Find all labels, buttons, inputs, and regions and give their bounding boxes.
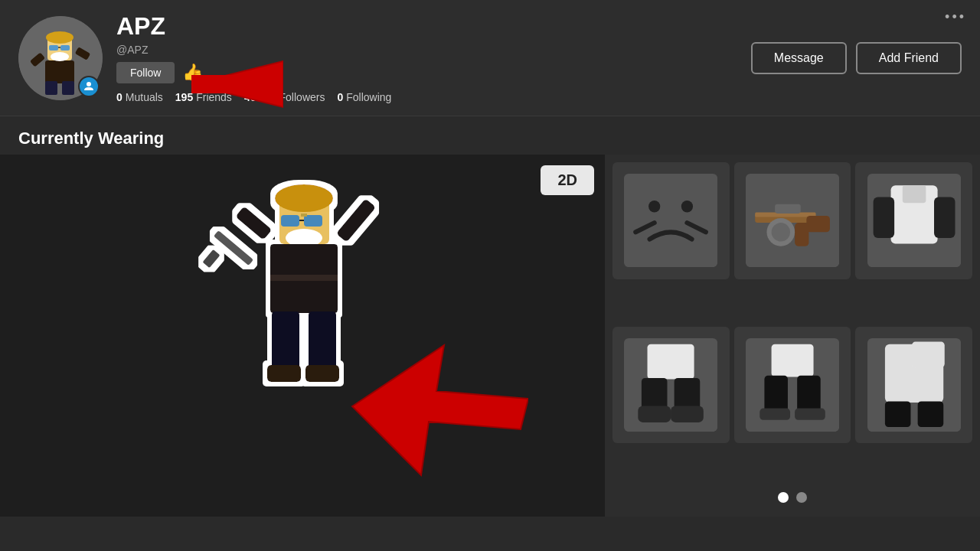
svg-rect-65	[912, 341, 945, 367]
mutual-count: 0	[116, 91, 122, 103]
avatar-badge	[78, 76, 100, 97]
svg-rect-23	[270, 275, 338, 281]
character-view: 2D	[0, 155, 605, 517]
profile-buttons: Message Add Friend	[751, 42, 962, 74]
svg-rect-25	[336, 198, 376, 243]
svg-rect-6	[49, 45, 58, 51]
svg-point-34	[648, 201, 660, 212]
item-dark-char-icon	[867, 338, 961, 432]
svg-rect-24	[235, 206, 272, 240]
svg-point-16	[275, 184, 333, 212]
add-friend-button[interactable]: Add Friend	[856, 42, 962, 74]
svg-rect-1	[45, 60, 74, 83]
svg-point-35	[681, 201, 693, 212]
item-card-face[interactable]	[612, 162, 730, 279]
friends-label: Friends	[196, 91, 232, 103]
svg-rect-42	[795, 223, 808, 246]
svg-point-9	[51, 52, 69, 61]
mutual-label: Mutuals	[126, 91, 163, 103]
item-card-boots-mid[interactable]	[734, 327, 851, 444]
items-grid	[612, 162, 972, 486]
svg-rect-41	[806, 216, 830, 232]
stat-friends[interactable]: 195 Friends	[175, 91, 232, 103]
item-card-partial-top[interactable]	[855, 162, 972, 279]
pagination-dot-2[interactable]	[796, 492, 807, 503]
svg-rect-2	[45, 81, 57, 95]
item-boots-left-icon	[624, 338, 717, 432]
svg-rect-56	[671, 406, 704, 422]
svg-rect-33	[624, 174, 717, 267]
profile-stats: 0 Mutuals 195 Friends 463K+ Followers 0 …	[116, 91, 391, 103]
profile-left: APZ @APZ Follow 👍 0 Mutuals 195 Friends …	[18, 12, 391, 103]
item-boots-mid-icon	[746, 338, 839, 432]
svg-rect-50	[934, 197, 955, 238]
pagination-dot-1[interactable]	[778, 492, 789, 503]
profile-name: APZ	[116, 12, 391, 41]
content-area: 2D	[0, 155, 980, 517]
dots-menu[interactable]: •••	[945, 9, 966, 25]
followers-count: 463K+	[244, 91, 276, 103]
toggle-2d-button[interactable]: 2D	[541, 165, 594, 195]
items-panel	[605, 155, 980, 517]
avatar-wrapper	[18, 16, 103, 100]
svg-rect-62	[795, 408, 825, 419]
stat-following[interactable]: 0 Following	[337, 91, 391, 103]
svg-rect-52	[648, 344, 694, 379]
profile-username: @APZ	[116, 44, 391, 56]
svg-rect-3	[62, 81, 74, 95]
profile-info: APZ @APZ Follow 👍 0 Mutuals 195 Friends …	[116, 12, 391, 103]
message-button[interactable]: Message	[751, 42, 847, 74]
following-label: Following	[346, 91, 391, 103]
svg-point-12	[87, 82, 91, 86]
item-face-icon	[624, 174, 717, 267]
svg-rect-67	[917, 401, 943, 427]
svg-rect-48	[902, 186, 926, 204]
item-card-boots-left[interactable]	[612, 327, 730, 444]
svg-marker-32	[352, 345, 528, 475]
profile-actions-row: Follow 👍	[116, 62, 391, 83]
stat-followers[interactable]: 463K+ Followers	[244, 91, 325, 103]
character-canvas	[0, 155, 605, 517]
svg-rect-30	[267, 365, 301, 382]
svg-rect-45	[775, 204, 801, 214]
svg-point-44	[772, 223, 790, 241]
svg-rect-66	[884, 401, 910, 427]
svg-rect-31	[305, 365, 339, 382]
svg-rect-20	[301, 214, 307, 217]
friends-count: 195	[175, 91, 193, 103]
red-arrow-character	[345, 337, 528, 494]
svg-rect-61	[760, 408, 790, 419]
svg-rect-18	[304, 215, 322, 227]
following-count: 0	[337, 91, 343, 103]
follow-button[interactable]: Follow	[116, 62, 175, 83]
profile-header: APZ @APZ Follow 👍 0 Mutuals 195 Friends …	[0, 0, 980, 116]
svg-point-5	[46, 31, 74, 44]
svg-rect-58	[772, 344, 814, 377]
followers-label: Followers	[279, 91, 325, 103]
item-armor-icon	[867, 174, 961, 267]
user-icon	[83, 80, 95, 93]
svg-rect-17	[281, 215, 299, 227]
svg-rect-26	[214, 230, 253, 265]
currently-wearing-title: Currently Wearing	[0, 116, 980, 155]
stat-mutuals[interactable]: 0 Mutuals	[116, 91, 163, 103]
item-card-partial-right[interactable]	[855, 327, 972, 444]
thumbs-up-icon[interactable]: 👍	[182, 63, 203, 83]
pagination-dots	[612, 486, 972, 503]
svg-rect-27	[202, 249, 220, 268]
item-rifle-icon	[746, 174, 839, 267]
svg-rect-55	[639, 406, 671, 422]
svg-rect-28	[272, 311, 299, 373]
svg-rect-49	[873, 197, 893, 238]
svg-rect-29	[309, 311, 336, 373]
svg-rect-7	[60, 45, 70, 51]
item-card-rifle[interactable]	[734, 162, 851, 279]
